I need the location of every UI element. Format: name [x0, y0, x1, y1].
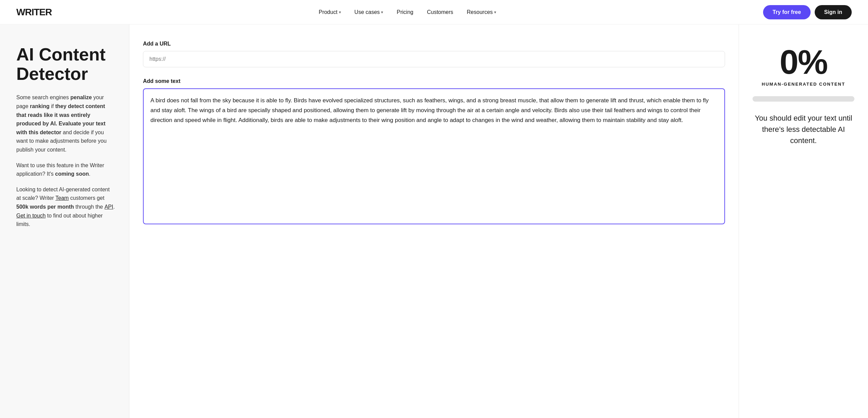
coming-soon-text: coming soon — [55, 171, 89, 177]
text-content: A bird does not fall from the sky becaus… — [150, 96, 718, 125]
api-link[interactable]: API — [105, 204, 113, 210]
text-section-label: Add some text — [143, 78, 725, 84]
get-in-touch-link[interactable]: Get in touch — [16, 213, 46, 219]
main-nav: Product ▾ Use cases ▾ Pricing Customers … — [313, 6, 502, 18]
use-cases-chevron-icon: ▾ — [381, 10, 383, 15]
text-area-container[interactable]: A bird does not fall from the sky becaus… — [143, 88, 725, 224]
url-input[interactable] — [143, 51, 725, 67]
nav-use-cases[interactable]: Use cases ▾ — [349, 6, 389, 18]
percentage-display: 0% — [780, 45, 828, 79]
nav-resources[interactable]: Resources ▾ — [462, 6, 502, 18]
progress-bar-container — [753, 96, 854, 102]
team-link[interactable]: Team — [55, 195, 69, 201]
header: WRITER Product ▾ Use cases ▾ Pricing Cus… — [0, 0, 868, 24]
logo[interactable]: WRITER — [16, 7, 52, 18]
percentage-label: HUMAN-GENERATED CONTENT — [762, 82, 845, 87]
header-actions: Try for free Sign in — [763, 5, 852, 19]
product-chevron-icon: ▾ — [339, 10, 341, 15]
penalize-text: penalize — [70, 94, 92, 100]
center-panel: Add a URL Add some text A bird does not … — [129, 24, 739, 418]
want-to-use-text: Want to use this feature in the Writer a… — [16, 161, 115, 178]
resources-chevron-icon: ▾ — [494, 10, 496, 15]
result-message: You should edit your text until there’s … — [753, 112, 854, 146]
words-per-month: 500k words per month — [16, 204, 74, 210]
main-description: Some search engines penalize your page r… — [16, 93, 115, 154]
scale-text: Looking to detect AI-generated content a… — [16, 185, 115, 229]
try-for-free-button[interactable]: Try for free — [763, 5, 811, 19]
ranking-text: ranking — [30, 103, 50, 109]
page-title: AI Content Detector — [16, 45, 115, 84]
url-section-label: Add a URL — [143, 41, 725, 47]
nav-product[interactable]: Product ▾ — [313, 6, 346, 18]
sign-in-button[interactable]: Sign in — [815, 5, 852, 19]
left-panel: AI Content Detector Some search engines … — [0, 24, 129, 418]
main-container: AI Content Detector Some search engines … — [0, 24, 868, 418]
right-panel: 0% HUMAN-GENERATED CONTENT You should ed… — [739, 24, 868, 418]
nav-pricing[interactable]: Pricing — [391, 6, 419, 18]
nav-customers[interactable]: Customers — [421, 6, 458, 18]
